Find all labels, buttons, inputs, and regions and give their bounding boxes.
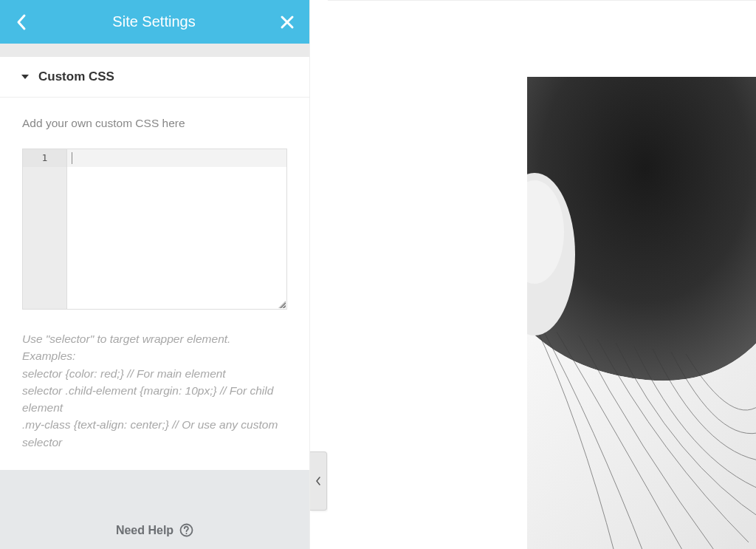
svg-point-1: [186, 533, 188, 534]
settings-sidebar: Site Settings Custom CSS Add your own cu…: [0, 0, 310, 549]
sidebar-title: Site Settings: [112, 13, 195, 30]
header-spacer: [0, 44, 309, 57]
close-button[interactable]: [280, 15, 295, 30]
resize-handle[interactable]: [277, 299, 286, 308]
custom-css-section: Custom CSS Add your own custom CSS here …: [0, 57, 309, 470]
close-icon: [280, 15, 295, 30]
help-icon: [179, 523, 193, 537]
sidebar-header: Site Settings: [0, 0, 309, 44]
need-help-link[interactable]: Need Help: [116, 523, 193, 537]
code-line: [67, 149, 286, 167]
preview-pane: [328, 0, 756, 549]
section-body: Add your own custom CSS here 1 Use "sele…: [0, 98, 309, 470]
help-text: Use "selector" to target wrapper element…: [22, 330, 287, 451]
collapse-sidebar-tab[interactable]: [310, 451, 327, 511]
preview-image: [527, 77, 756, 549]
chevron-left-icon: [315, 477, 321, 485]
back-button[interactable]: [15, 13, 28, 31]
section-header-label: Custom CSS: [38, 69, 114, 84]
editor-gutter: 1: [23, 149, 67, 309]
text-cursor: [72, 152, 72, 164]
css-code-editor[interactable]: 1: [22, 149, 287, 310]
gutter-line-number: 1: [23, 149, 66, 167]
sidebar-footer: Need Help: [0, 470, 309, 549]
need-help-label: Need Help: [116, 524, 173, 537]
code-area[interactable]: [67, 149, 286, 309]
caret-down-icon: [21, 70, 30, 83]
chevron-left-icon: [15, 13, 28, 31]
section-header-custom-css[interactable]: Custom CSS: [0, 57, 309, 98]
field-label: Add your own custom CSS here: [22, 117, 287, 130]
